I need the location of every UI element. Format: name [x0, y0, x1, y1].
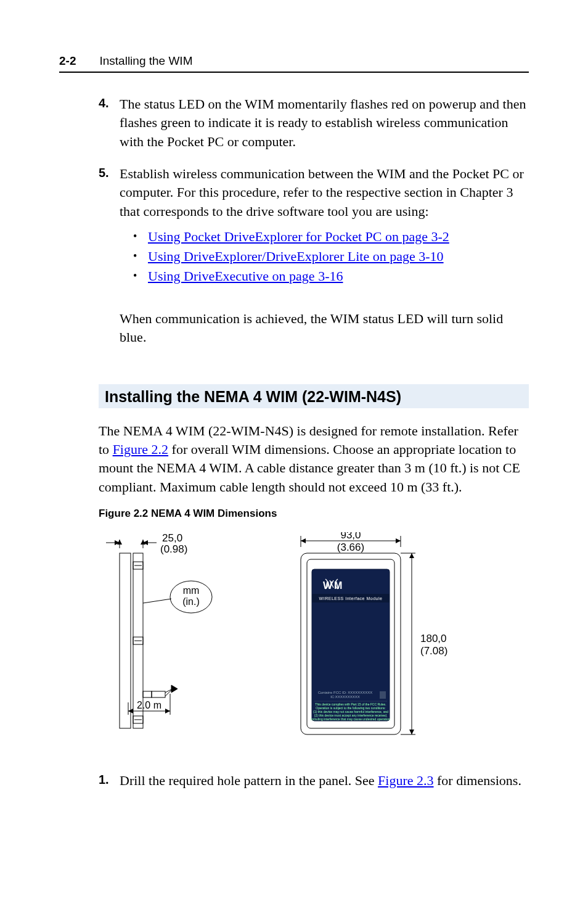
step-number: 1.	[99, 771, 120, 790]
svg-rect-19	[152, 691, 165, 697]
unit-in: (in.)	[182, 596, 200, 607]
bullet-item: Using DriveExecutive on page 3-16	[133, 266, 529, 286]
svg-marker-31	[301, 538, 306, 543]
figure-2-2: 25,0 (0.98) mm (in.)	[99, 532, 529, 742]
step-number: 4.	[99, 95, 120, 151]
notice-line-5: including interference that may cause un…	[311, 717, 391, 721]
dim-height-mm: 180,0	[420, 633, 447, 644]
link-pocket-driveexplorer[interactable]: Using Pocket DriveExplorer for Pocket PC…	[148, 229, 449, 244]
step-body: Establish wireless communication between…	[120, 165, 529, 296]
link-driveexplorer-lite[interactable]: Using DriveExplorer/DriveExplorer Lite o…	[148, 249, 444, 264]
link-figure-2-3[interactable]: Figure 2.3	[378, 773, 433, 788]
fcc-line-1: Contains FCC ID: XXXXXXXXXX	[318, 691, 373, 694]
step-5-links: Using Pocket DriveExplorer for Pocket PC…	[133, 227, 529, 286]
svg-rect-8	[120, 553, 131, 728]
link-figure-2-2[interactable]: Figure 2.2	[113, 442, 168, 457]
install-steps: 1. Drill the required hole pattern in th…	[99, 771, 529, 790]
dim-width-mm: 25,0	[162, 532, 182, 544]
svg-marker-32	[396, 538, 401, 543]
svg-line-17	[143, 599, 171, 603]
step-5: 5. Establish wireless communication betw…	[99, 165, 529, 296]
step-4: 4. The status LED on the WIM momentarily…	[99, 95, 529, 151]
unit-mm: mm	[183, 585, 200, 596]
dim-width-in: (0.98)	[160, 543, 187, 555]
svg-marker-43	[409, 553, 414, 558]
svg-marker-22	[171, 685, 178, 693]
step-body: The status LED on the WIM momentarily fl…	[120, 95, 529, 151]
step-1-text-b: for dimensions.	[434, 773, 521, 788]
barcode-icon	[380, 691, 386, 699]
page-header: 2-2 Installing the WIM	[59, 54, 529, 73]
cable-length: 2.0 m	[137, 700, 161, 710]
label-band: WIRELESS Interface Module	[319, 596, 383, 601]
figure-caption: Figure 2.2 NEMA 4 WIM Dimensions	[99, 508, 529, 520]
page-number: 2-2	[59, 54, 76, 68]
dim-front-width-mm: 93,0	[340, 532, 361, 541]
diagram-front-view: 93,0 (3.66) W M WIRELESS Interface Modul…	[277, 532, 487, 742]
dim-height-in: (7.08)	[420, 645, 447, 657]
dim-front-width-in: (3.66)	[337, 541, 364, 553]
step-1: 1. Drill the required hole pattern in th…	[99, 771, 529, 790]
fcc-line-2: IC:XXXXXXXXXX	[330, 695, 360, 699]
svg-rect-18	[143, 691, 152, 697]
bullet-item: Using DriveExplorer/DriveExplorer Lite o…	[133, 247, 529, 266]
section-paragraph: The NEMA 4 WIM (22-WIM-N4S) is designed …	[99, 422, 529, 496]
step-5-text: Establish wireless communication between…	[120, 166, 524, 219]
step-body: Drill the required hole pattern in the p…	[120, 771, 529, 790]
step-number: 5.	[99, 165, 120, 296]
bullet-item: Using Pocket DriveExplorer for Pocket PC…	[133, 227, 529, 247]
section-heading: Installing the NEMA 4 WIM (22-WIM-N4S)	[99, 384, 529, 408]
step-1-text-a: Drill the required hole pattern in the p…	[120, 773, 378, 788]
svg-marker-27	[165, 709, 170, 713]
diagram-side-view: 25,0 (0.98) mm (in.)	[99, 532, 240, 736]
svg-marker-44	[409, 730, 414, 734]
header-title: Installing the WIM	[99, 54, 192, 68]
link-driveexecutive[interactable]: Using DriveExecutive on page 3-16	[148, 268, 343, 284]
instruction-list: 4. The status LED on the WIM momentarily…	[99, 95, 529, 296]
step-5-after: When communication is achieved, the WIM …	[120, 310, 529, 347]
